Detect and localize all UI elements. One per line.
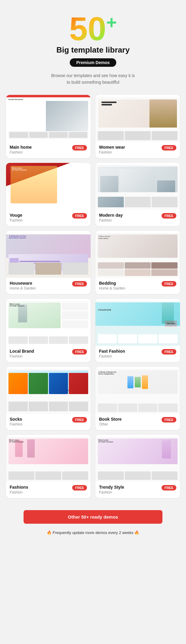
free-badge: FREE	[162, 281, 176, 286]
thumb-fast-fashion: FASHION SWEATERS	[95, 299, 180, 346]
hero-description: Browse our templates and see how easy it…	[6, 72, 180, 86]
card-women-wear[interactable]: Women wear Fashion FREE	[95, 95, 180, 158]
cta-button[interactable]: Other 50+ ready demos	[24, 510, 163, 524]
card-title: Fast Fashion	[99, 349, 125, 354]
free-badge: FREE	[162, 485, 176, 490]
card-category: Fashion	[10, 422, 23, 426]
card-info: Trendy Style Fashion FREE	[95, 482, 180, 498]
premium-badge: Premium Demos	[70, 58, 116, 67]
free-badge: FREE	[162, 213, 176, 218]
card-title: Bedding	[99, 281, 125, 286]
card-category: Fashion	[99, 150, 125, 154]
free-badge: FREE	[72, 145, 87, 150]
card-info: Socks Fashion FREE	[6, 414, 91, 430]
card-title: Vouge	[10, 213, 23, 218]
card-info: Bedding Home & Garden FREE	[95, 278, 180, 294]
card-category: Other	[99, 422, 122, 426]
card-fashions[interactable]: Mom LooseFit Twill Trousers Fashions Fas…	[6, 435, 91, 498]
card-local-brand[interactable]: Mom LooseFit Twill Trousers Local Brand …	[6, 299, 91, 362]
card-main-home[interactable]: Double Breasted Main home Fashion FREE	[6, 95, 91, 158]
free-badge: FREE	[72, 349, 87, 354]
thumb-socks: THE SOCK COLLECTION	[6, 367, 91, 414]
card-category: Home & Garden	[99, 286, 125, 290]
free-badge: FREE	[162, 145, 176, 150]
card-title: Local Brand	[10, 349, 34, 354]
card-info: Women wear Fashion FREE	[95, 142, 180, 158]
thumb-fashions: Mom LooseFit Twill Trousers	[6, 435, 91, 482]
card-trendy-style[interactable]: Mom LooseFit Twill Trousers Trendy Style…	[95, 435, 180, 498]
card-category: Fashion	[99, 354, 125, 358]
card-category: Home & Garden	[10, 286, 36, 290]
card-title: Main home	[10, 145, 32, 150]
thumb-trendy-style: Mom LooseFit Twill Trousers	[95, 435, 180, 482]
card-info: Book Store Other FREE	[95, 414, 180, 430]
card-category: Fashion	[99, 218, 123, 222]
card-title: Trendy Style	[99, 485, 124, 490]
card-title: Fashions	[10, 485, 28, 490]
update-note: 🔥 Frequently update more demos every 2 w…	[6, 530, 180, 535]
thumb-main-home: Double Breasted	[6, 95, 91, 142]
thumb-women-wear	[95, 95, 180, 142]
card-title: Book Store	[99, 417, 122, 422]
card-modern-day[interactable]: Modern day Fashion FREE	[95, 163, 180, 226]
card-category: Fashion	[10, 150, 32, 154]
card-houseware[interactable]: A Reflection of YourDecorative Choices	[6, 231, 91, 294]
thumb-bedding: 1 Way to Get thePerfect Match	[95, 231, 180, 278]
card-info: Modern day Fashion FREE	[95, 210, 180, 226]
card-info: Local Brand Fashion FREE	[6, 346, 91, 362]
card-category: Fashion	[10, 354, 34, 358]
card-fast-fashion[interactable]: FASHION SWEATERS Fast Fashion Fashion FR…	[95, 299, 180, 362]
thumb-book-store: A World of Books forEvery Imagination	[95, 367, 180, 414]
card-title: Modern day	[99, 213, 123, 218]
thumb-vouge: Mom LooseFit Twill Trousers NewCollectio…	[6, 163, 91, 210]
card-bedding[interactable]: 1 Way to Get thePerfect Match Bedding Ho…	[95, 231, 180, 294]
template-grid: Double Breasted Main home Fashion FREE	[6, 95, 180, 498]
thumb-local-brand: Mom LooseFit Twill Trousers	[6, 299, 91, 346]
card-category: Fashion	[10, 218, 23, 222]
free-badge: FREE	[72, 485, 87, 490]
card-info: Main home Fashion FREE	[6, 142, 91, 158]
card-book-store[interactable]: A World of Books forEvery Imagination Bo…	[95, 367, 180, 430]
free-badge: FREE	[162, 417, 176, 422]
free-badge: FREE	[72, 417, 87, 422]
card-socks[interactable]: THE SOCK COLLECTION Socks Fa	[6, 367, 91, 430]
card-vouge[interactable]: Mom LooseFit Twill Trousers NewCollectio…	[6, 163, 91, 226]
card-info: Vouge Fashion FREE	[6, 210, 91, 226]
page-wrapper: 50+ Big template library Premium Demos B…	[0, 0, 186, 547]
card-title: Socks	[10, 417, 23, 422]
thumb-modern-day	[95, 163, 180, 210]
card-category: Fashion	[10, 490, 28, 494]
thumb-houseware: A Reflection of YourDecorative Choices	[6, 231, 91, 278]
card-info: Houseware Home & Garden FREE	[6, 278, 91, 294]
card-category: Fashion	[99, 490, 124, 494]
card-info: Fashions Fashion FREE	[6, 482, 91, 498]
free-badge: FREE	[72, 213, 87, 218]
card-title: Houseware	[10, 281, 36, 286]
card-title: Women wear	[99, 145, 125, 150]
hero-number: 50+	[69, 12, 117, 45]
free-badge: FREE	[72, 281, 87, 286]
hero-section: 50+ Big template library Premium Demos B…	[6, 12, 180, 86]
free-badge: FREE	[162, 349, 176, 354]
card-info: Fast Fashion Fashion FREE	[95, 346, 180, 362]
